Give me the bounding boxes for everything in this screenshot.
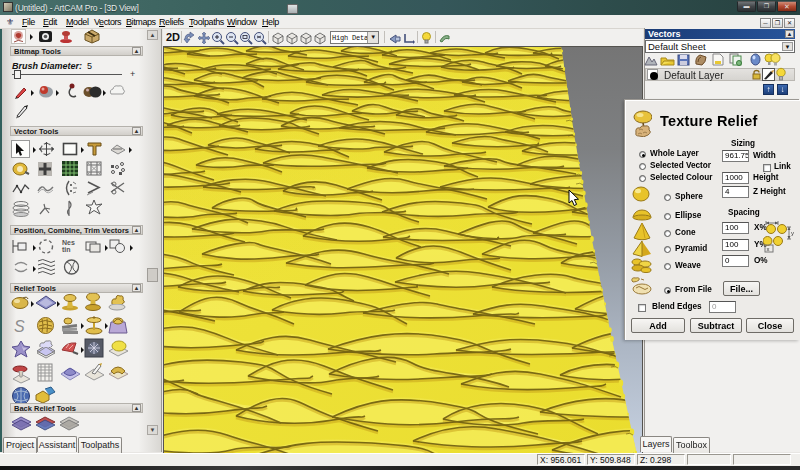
- svg-text:tin: tin: [62, 246, 71, 253]
- svg-text:y: y: [791, 230, 794, 236]
- svg-text:x: x: [767, 246, 770, 252]
- svg-text:S: S: [14, 318, 25, 335]
- svg-text:Nes: Nes: [62, 239, 75, 246]
